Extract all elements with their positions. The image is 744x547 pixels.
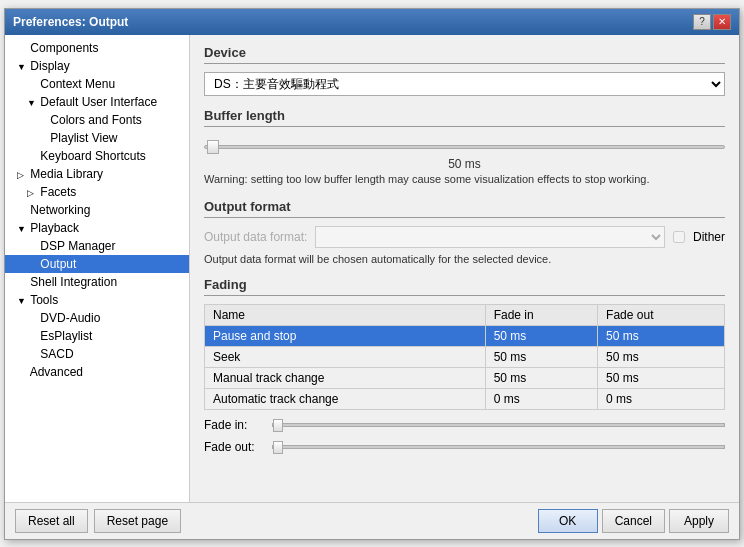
output-format-dropdown[interactable] [315, 226, 665, 248]
expand-icon: ▼ [27, 98, 37, 108]
sidebar-item-networking[interactable]: Networking [5, 201, 189, 219]
buffer-section: Buffer length 50 ms Warning: setting too… [204, 108, 725, 187]
window-title: Preferences: Output [13, 15, 128, 29]
expand-icon: ▼ [17, 224, 27, 234]
fading-col-fade-in: Fade in [485, 304, 597, 325]
sidebar-item-colors-fonts[interactable]: Colors and Fonts [5, 111, 189, 129]
bottom-left-buttons: Reset all Reset page [15, 509, 181, 533]
output-format-section: Output format Output data format: Dither… [204, 199, 725, 265]
sidebar-item-context-menu[interactable]: Context Menu [5, 75, 189, 93]
output-format-label: Output data format: [204, 230, 307, 244]
fading-table-row[interactable]: Pause and stop50 ms50 ms [205, 325, 725, 346]
device-section-title: Device [204, 45, 725, 64]
fading-table-row[interactable]: Seek50 ms50 ms [205, 346, 725, 367]
buffer-slider-container [204, 135, 725, 157]
output-auto-text: Output data format will be chosen automa… [204, 253, 725, 265]
sidebar-item-playback[interactable]: ▼ Playback [5, 219, 189, 237]
buffer-slider-thumb[interactable] [207, 140, 219, 154]
cancel-button[interactable]: Cancel [602, 509, 665, 533]
sidebar-item-output[interactable]: Output [5, 255, 189, 273]
preferences-window: Preferences: Output ? ✕ Components ▼ Dis… [4, 8, 740, 540]
close-button[interactable]: ✕ [713, 14, 731, 30]
fading-section-title: Fading [204, 277, 725, 296]
sidebar-item-playlist-view[interactable]: Playlist View [5, 129, 189, 147]
sidebar-item-media-library[interactable]: ▷ Media Library [5, 165, 189, 183]
sidebar-item-sacd[interactable]: SACD [5, 345, 189, 363]
fade-out-slider[interactable] [272, 445, 725, 449]
dither-label: Dither [693, 230, 725, 244]
device-dropdown[interactable]: DS：主要音效驅動程式 [204, 72, 725, 96]
reset-all-button[interactable]: Reset all [15, 509, 88, 533]
output-format-title: Output format [204, 199, 725, 218]
sidebar-item-dsp-manager[interactable]: DSP Manager [5, 237, 189, 255]
title-bar: Preferences: Output ? ✕ [5, 9, 739, 35]
title-bar-buttons: ? ✕ [693, 14, 731, 30]
fade-out-thumb[interactable] [273, 441, 283, 454]
buffer-section-title: Buffer length [204, 108, 725, 127]
sidebar-item-esplaylist[interactable]: EsPlaylist [5, 327, 189, 345]
main-panel: Device DS：主要音效驅動程式 Buffer length 50 ms W… [190, 35, 739, 502]
sidebar-item-facets[interactable]: ▷ Facets [5, 183, 189, 201]
content-area: Components ▼ Display Context Menu ▼ Defa… [5, 35, 739, 502]
sidebar-item-display[interactable]: ▼ Display [5, 57, 189, 75]
fading-col-fade-out: Fade out [598, 304, 725, 325]
sidebar-item-components[interactable]: Components [5, 39, 189, 57]
fade-in-label: Fade in: [204, 418, 264, 432]
expand-icon: ▷ [27, 188, 37, 198]
apply-button[interactable]: Apply [669, 509, 729, 533]
fading-col-name: Name [205, 304, 486, 325]
device-section: Device DS：主要音效驅動程式 [204, 45, 725, 96]
ok-button[interactable]: OK [538, 509, 598, 533]
sidebar-item-advanced[interactable]: Advanced [5, 363, 189, 381]
buffer-value: 50 ms [204, 157, 725, 171]
sidebar-item-default-ui[interactable]: ▼ Default User Interface [5, 93, 189, 111]
sidebar: Components ▼ Display Context Menu ▼ Defa… [5, 35, 190, 502]
buffer-warning: Warning: setting too low buffer length m… [204, 171, 725, 187]
expand-icon: ▼ [17, 296, 27, 306]
buffer-slider-track[interactable] [204, 145, 725, 149]
fade-in-slider[interactable] [272, 423, 725, 427]
fade-out-row: Fade out: [204, 440, 725, 454]
fading-table-row[interactable]: Automatic track change0 ms0 ms [205, 388, 725, 409]
reset-page-button[interactable]: Reset page [94, 509, 181, 533]
expand-icon: ▷ [17, 170, 27, 180]
fade-in-thumb[interactable] [273, 419, 283, 432]
help-button[interactable]: ? [693, 14, 711, 30]
bottom-right-buttons: OK Cancel Apply [538, 509, 729, 533]
fade-out-label: Fade out: [204, 440, 264, 454]
sidebar-item-tools[interactable]: ▼ Tools [5, 291, 189, 309]
bottom-bar: Reset all Reset page OK Cancel Apply [5, 502, 739, 539]
fading-table-row[interactable]: Manual track change50 ms50 ms [205, 367, 725, 388]
fading-section: Fading Name Fade in Fade out Pause and s… [204, 277, 725, 454]
sidebar-item-dvd-audio[interactable]: DVD-Audio [5, 309, 189, 327]
sidebar-item-keyboard[interactable]: Keyboard Shortcuts [5, 147, 189, 165]
expand-icon: ▼ [17, 62, 27, 72]
fading-table: Name Fade in Fade out Pause and stop50 m… [204, 304, 725, 410]
fade-in-row: Fade in: [204, 418, 725, 432]
sidebar-item-shell-integration[interactable]: Shell Integration [5, 273, 189, 291]
dither-checkbox[interactable] [673, 231, 685, 243]
